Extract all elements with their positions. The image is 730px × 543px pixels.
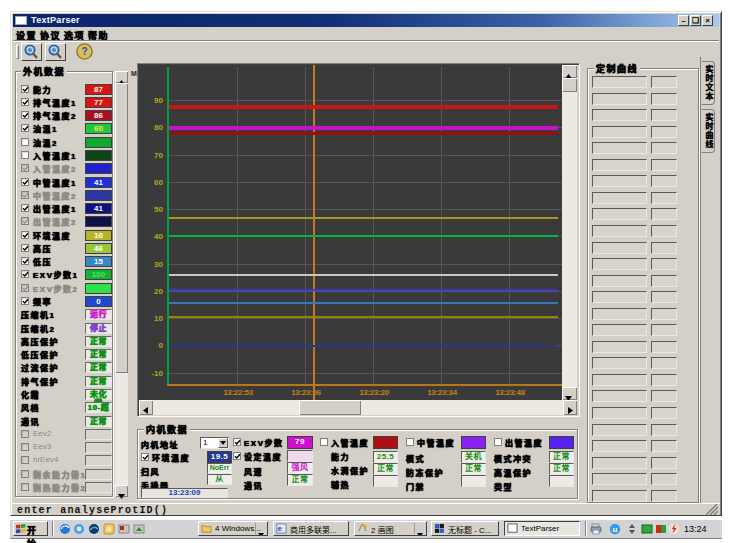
svg-text:?: ? bbox=[81, 46, 87, 57]
svg-text:u: u bbox=[613, 525, 618, 534]
svg-text:e: e bbox=[278, 524, 282, 533]
